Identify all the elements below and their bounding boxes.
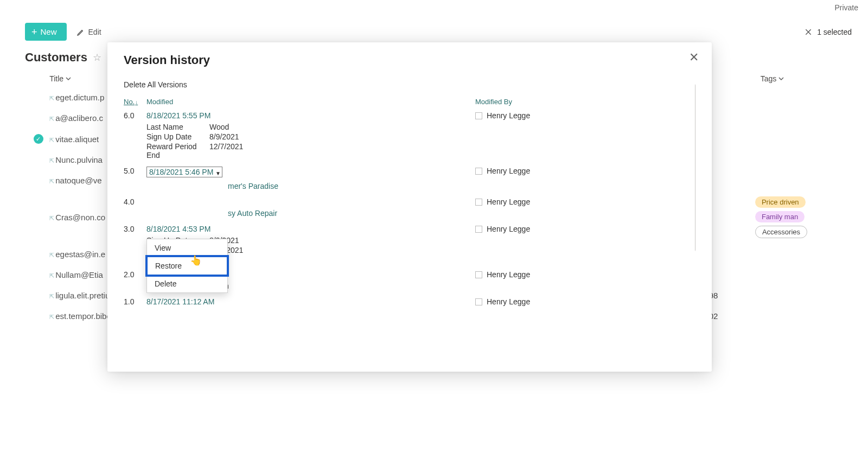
version-modified-by: Henry Legge <box>475 111 530 120</box>
caret-down-icon: ▼ <box>215 169 221 177</box>
link-icon: ⇱ <box>49 272 54 279</box>
link-icon: ⇱ <box>49 95 54 101</box>
version-context-menu: View Restore Delete <box>146 239 228 293</box>
row-title[interactable]: Cras@non.co <box>55 213 105 222</box>
modified-by-name[interactable]: Henry Legge <box>487 111 530 120</box>
field-change: Last NameWood <box>146 122 695 132</box>
link-icon: ⇱ <box>49 137 54 143</box>
version-no: 4.0 <box>124 197 146 206</box>
page-title: Customers <box>25 50 87 65</box>
version-no: 3.0 <box>124 225 146 233</box>
field-name: Reward Period End <box>146 142 209 160</box>
tag-pill[interactable]: Family man <box>755 211 805 222</box>
version-modified-by: Henry Legge <box>475 197 530 206</box>
version-no: 1.0 <box>124 297 146 306</box>
delete-all-versions-link[interactable]: Delete All Versions <box>124 80 695 89</box>
row-select-indicator[interactable] <box>34 134 49 144</box>
scrollbar[interactable]: ▲ ▼ <box>693 80 695 357</box>
user-presence-icon <box>475 199 482 206</box>
version-date-link[interactable]: 8/18/2021 4:53 PM <box>146 225 210 233</box>
field-change: Last NameSmith <box>146 281 695 291</box>
edit-button[interactable]: Edit <box>76 28 101 36</box>
version-no: 5.0 <box>124 167 146 175</box>
row-title[interactable]: eget.dictum.p <box>55 93 104 102</box>
version-field-changes: sy Auto Repair <box>146 207 695 222</box>
field-change: Sign Up Date8/9/2021 <box>146 235 695 245</box>
modified-by-name[interactable]: Henry Legge <box>487 297 530 306</box>
selection-summary: 1 selected <box>804 28 852 36</box>
user-presence-icon <box>475 298 482 305</box>
col-modified-by[interactable]: Modified By <box>475 98 512 106</box>
link-icon: ⇱ <box>49 157 54 164</box>
version-date-dropdown[interactable]: 8/18/2021 5:46 PM▼ <box>146 167 222 177</box>
version-field-changes: mer's Paradise <box>146 180 695 195</box>
field-value: Wood <box>209 123 229 131</box>
close-button[interactable]: ✕ <box>686 50 702 65</box>
sort-desc-icon: ↓ <box>135 99 138 105</box>
row-title[interactable]: Nullam@Etia <box>55 270 103 279</box>
pencil-icon <box>76 28 85 36</box>
col-no-label: No. <box>124 98 135 106</box>
favorite-icon[interactable]: ☆ <box>93 52 101 63</box>
version-modified-by: Henry Legge <box>475 167 530 175</box>
col-title-label: Title <box>49 74 63 83</box>
col-modified[interactable]: Modified <box>146 98 475 106</box>
col-tags-label: Tags <box>761 74 777 83</box>
link-icon: ⇱ <box>49 293 54 299</box>
row-title[interactable]: natoque@ve <box>55 176 101 185</box>
command-bar: + New Edit 1 selected <box>0 18 868 45</box>
privacy-indicator: Private <box>834 3 858 18</box>
tag-pill[interactable]: Accessories <box>755 226 807 238</box>
version-modified-cell: 8/18/2021 4:53 PM <box>146 225 475 233</box>
version-row: 5.08/18/2021 5:46 PM▼Henry Legge <box>124 164 695 180</box>
version-date-link[interactable]: 8/17/2021 11:12 AM <box>146 297 214 306</box>
modified-by-name[interactable]: Henry Legge <box>487 197 530 206</box>
chevron-down-icon <box>66 76 71 81</box>
row-title[interactable]: Nunc.pulvina <box>55 155 103 164</box>
version-date-link[interactable]: 8/18/2021 5:55 PM <box>146 111 210 120</box>
row-title[interactable]: vitae.aliquet <box>55 135 99 144</box>
version-row: 4.0Henry Legge <box>124 195 695 207</box>
menu-item-view[interactable]: View <box>147 239 227 257</box>
row-title[interactable]: egestas@in.e <box>55 250 105 259</box>
version-history-scroll: Delete All Versions No.↓ Modified Modifi… <box>124 80 695 357</box>
version-modified-by: Henry Legge <box>475 297 530 306</box>
link-icon: ⇱ <box>49 215 54 221</box>
modified-by-name[interactable]: Henry Legge <box>487 270 530 279</box>
modified-by-name[interactable]: Henry Legge <box>487 225 530 233</box>
link-icon: ⇱ <box>49 116 54 122</box>
chevron-down-icon <box>778 76 784 81</box>
dialog-title: Version history <box>124 53 695 67</box>
version-modified-cell: 8/17/2021 11:12 AM <box>146 297 475 306</box>
field-change: sy Auto Repair <box>228 208 695 218</box>
selected-count: 1 selected <box>817 28 852 36</box>
col-tags[interactable]: Tags <box>761 74 834 83</box>
cell-tags: Price drivenFamily manAccessories <box>755 196 834 238</box>
version-table-header: No.↓ Modified Modified By <box>124 98 695 106</box>
version-modified-by: Henry Legge <box>475 270 530 279</box>
menu-item-restore[interactable]: Restore <box>145 255 229 277</box>
version-no: 2.0 <box>124 270 146 279</box>
modified-by-name[interactable]: Henry Legge <box>487 167 530 175</box>
version-row: 6.08/18/2021 5:55 PMHenry Legge <box>124 109 695 121</box>
col-no[interactable]: No.↓ <box>124 98 146 106</box>
version-no: 6.0 <box>124 111 146 120</box>
user-presence-icon <box>475 168 482 175</box>
field-value: 8/9/2021 <box>209 132 239 141</box>
field-change: Reward Period End12/7/2021 <box>146 142 695 160</box>
edit-label: Edit <box>88 28 101 36</box>
field-value: 12/7/2021 <box>209 142 243 160</box>
field-value: sy Auto Repair <box>228 209 277 218</box>
close-icon[interactable] <box>804 28 813 36</box>
scroll-thumb[interactable] <box>695 84 695 252</box>
version-modified-cell: 8/18/2021 5:55 PM <box>146 111 475 120</box>
new-button-label: New <box>41 27 57 36</box>
menu-item-delete[interactable]: Delete <box>147 275 227 292</box>
tag-pill[interactable]: Price driven <box>755 196 806 208</box>
version-row: 1.08/17/2021 11:12 AMHenry Legge <box>124 295 695 307</box>
field-name: Last Name <box>146 123 209 131</box>
row-title[interactable]: a@aclibero.c <box>55 113 103 123</box>
version-row: 3.08/18/2021 4:53 PMHenry Legge <box>124 222 695 234</box>
field-change: mer's Paradise <box>228 181 695 191</box>
new-button[interactable]: + New <box>25 23 67 41</box>
